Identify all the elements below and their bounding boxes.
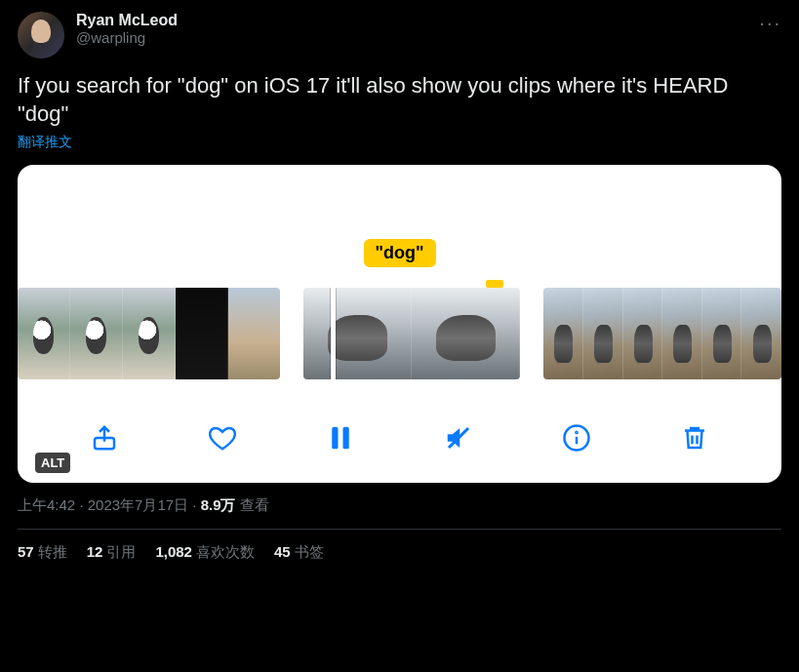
clip-group[interactable] (543, 288, 781, 379)
likes-count: 1,082 (155, 543, 192, 560)
video-timeline[interactable] (18, 288, 781, 379)
retweets-stat[interactable]: 57转推 (18, 543, 67, 562)
tweet-text: If you search for "dog" on iOS 17 it'll … (18, 72, 781, 128)
stats-row: 57转推 12引用 1,082喜欢次数 45书签 (18, 543, 781, 562)
media-card[interactable]: "dog" (18, 165, 781, 483)
quotes-count: 12 (87, 543, 103, 560)
bookmarks-count: 45 (274, 543, 291, 560)
tweet-time[interactable]: 上午4:42 (18, 496, 75, 513)
clip-thumb[interactable] (623, 288, 663, 379)
clip-thumb[interactable] (543, 288, 583, 379)
trash-icon[interactable] (677, 420, 712, 455)
quotes-label: 引用 (106, 543, 136, 560)
views-count[interactable]: 8.9万 (201, 496, 236, 513)
tweet-header: Ryan McLeod @warpling ··· (18, 12, 781, 59)
clip-thumb[interactable] (741, 288, 781, 379)
display-name[interactable]: Ryan McLeod (76, 12, 178, 29)
share-icon[interactable] (87, 420, 122, 455)
divider (18, 529, 781, 530)
user-block: Ryan McLeod @warpling (76, 12, 178, 46)
clip-thumb[interactable] (702, 288, 742, 379)
user-handle[interactable]: @warpling (76, 29, 178, 46)
more-icon[interactable]: ··· (759, 12, 781, 34)
likes-stat[interactable]: 1,082喜欢次数 (155, 543, 255, 562)
mute-icon[interactable] (441, 420, 476, 455)
clip-group[interactable] (18, 288, 280, 379)
likes-label: 喜欢次数 (196, 543, 255, 560)
svg-point-6 (577, 432, 578, 433)
caption-marker (486, 280, 503, 288)
media-controls (18, 420, 781, 455)
pause-icon[interactable] (323, 420, 358, 455)
caption-label: "dog" (363, 239, 435, 267)
clip-thumb[interactable] (18, 288, 70, 379)
tweet-date[interactable]: 2023年7月17日 (88, 496, 188, 513)
views-label: 查看 (240, 496, 269, 513)
clip-group[interactable] (303, 288, 520, 379)
clip-thumb[interactable] (176, 288, 228, 379)
bookmarks-stat[interactable]: 45书签 (274, 543, 324, 562)
clip-thumb[interactable] (70, 288, 123, 379)
retweets-label: 转推 (38, 543, 67, 560)
playhead[interactable] (331, 288, 336, 379)
clip-thumb[interactable] (303, 288, 412, 379)
clip-thumb[interactable] (123, 288, 176, 379)
clip-thumb[interactable] (412, 288, 520, 379)
alt-badge[interactable]: ALT (35, 453, 70, 473)
svg-rect-1 (332, 427, 338, 450)
heart-icon[interactable] (205, 420, 240, 455)
clip-thumb[interactable] (662, 288, 702, 379)
info-icon[interactable] (559, 420, 594, 455)
meta-line: 上午4:42 · 2023年7月17日 · 8.9万 查看 (18, 496, 781, 515)
svg-rect-2 (342, 427, 348, 450)
quotes-stat[interactable]: 12引用 (87, 543, 137, 562)
retweets-count: 57 (18, 543, 34, 560)
clip-thumb[interactable] (583, 288, 623, 379)
avatar[interactable] (18, 12, 64, 59)
clip-thumb[interactable] (228, 288, 281, 379)
translate-link[interactable]: 翻译推文 (18, 134, 781, 151)
bookmarks-label: 书签 (295, 543, 324, 560)
